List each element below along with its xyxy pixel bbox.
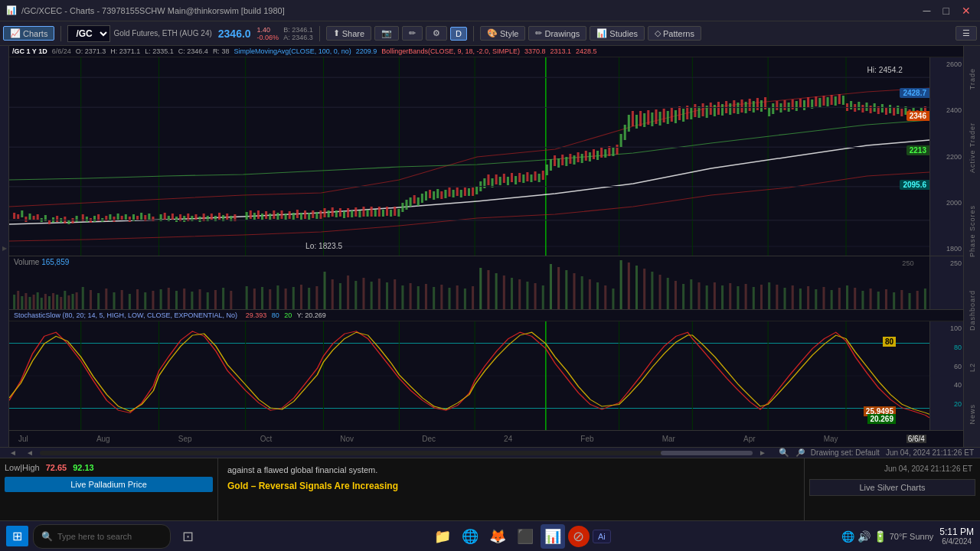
ai-label-box[interactable]: Ai [593,530,611,543]
taskbar-edge[interactable]: 🌐 [458,524,482,549]
news-title[interactable]: Gold – Reversal Signals Are Increasing [227,481,795,491]
zoom-out[interactable]: 🔎 [795,448,805,457]
title-controls[interactable]: ─ □ ✕ [920,5,974,17]
search-box[interactable]: 🔍 Type here to search [33,524,171,549]
svg-rect-304 [362,278,364,310]
news-label[interactable]: News [969,404,976,425]
live-silver-button[interactable]: Live Silver Charts [809,479,975,496]
scroll-left[interactable]: ◄ [6,448,20,457]
svg-rect-144 [518,173,521,182]
stoch-scale-100: 100 [932,324,962,332]
svg-rect-132 [472,187,474,196]
price-scale: 2600 2400 2200 2000 1800 [929,57,963,256]
scroll-track[interactable] [40,451,753,455]
tl-feb: Feb [580,435,593,443]
maximize-btn[interactable]: □ [940,5,952,17]
svg-rect-152 [550,159,552,171]
svg-rect-345 [682,284,684,310]
live-palladium-button[interactable]: Live Palladium Price [5,477,213,492]
sma-value: 2209.9 [356,47,377,55]
share-button[interactable]: ⬆ Share [326,26,371,41]
start-button[interactable]: ⊞ [6,526,28,546]
scroll-right[interactable]: ► [756,448,769,457]
svg-rect-273 [113,292,115,310]
trade-label[interactable]: Trade [969,68,976,90]
svg-rect-157 [569,154,571,164]
active-trader-label[interactable]: Active Trader [969,122,976,173]
bb-val3: 2428.5 [576,47,597,55]
stoch-panel[interactable]: 80 25.9495 20.269 100 80 60 40 20 0 [9,321,963,430]
volume-panel[interactable]: Volume 165,859 [9,256,963,310]
svg-rect-156 [565,157,567,166]
zoom-in[interactable]: 🔍 [779,448,789,458]
svg-rect-196 [721,104,724,116]
stoch-val-display: 29.393 [246,311,267,319]
svg-rect-259 [41,298,43,310]
sma-label: SimpleMovingAvg(CLOSE, 100, 0, no) [234,47,351,55]
chart-open: O: 2371.3 [76,47,106,55]
search-icon: 🔍 [41,531,53,542]
patterns-button[interactable]: ◇ Patterns [648,26,701,41]
pencil-btn[interactable]: ✏ [402,26,423,41]
volume-icon: 🔊 [858,530,871,543]
svg-rect-189 [694,104,696,117]
system-clock[interactable]: 5:11 PM 6/4/2024 [939,527,974,546]
menu-btn[interactable]: ☰ [956,26,977,41]
svg-rect-312 [425,284,427,310]
svg-rect-107 [374,210,377,217]
style-button[interactable]: 🎨 Style [480,26,525,41]
taskbar-thinkorswim[interactable]: 📊 [541,524,565,549]
svg-rect-331 [573,273,575,310]
phase-scores-label[interactable]: Phase Scores [969,205,976,257]
studies-button[interactable]: 📊 Studies [590,26,645,41]
svg-rect-208 [768,107,770,116]
scroll-thumb[interactable] [661,451,753,455]
high-value: 92.13 [73,463,94,472]
main-layout: ▶ /GC 1 Y 1D 6/6/24 O: 2371.3 H: 2371.1 … [0,46,980,447]
svg-rect-33 [71,218,74,223]
datetime-display: Jun 04, 2024 21:11:26 ET [809,463,975,474]
studies-label: Studies [609,29,638,38]
svg-rect-117 [413,195,416,204]
price-chart[interactable]: Hi: 2454.2 Lo: 1823.5 2428.7 2346 2213 2… [9,57,963,256]
svg-rect-289 [246,286,248,310]
minimize-btn[interactable]: ─ [920,5,934,17]
taskbar-firefox[interactable]: 🦊 [485,524,510,549]
l2-label[interactable]: L2 [969,363,976,372]
svg-rect-20 [21,210,23,217]
svg-rect-78 [261,214,263,220]
task-view-btn[interactable]: ⊡ [175,524,200,549]
svg-rect-29 [56,216,58,222]
svg-rect-230 [854,104,856,112]
taskbar-terminal[interactable]: ⬛ [513,524,537,549]
instrument-info: Gold Futures, ETH (AUG 24) [113,29,211,37]
close-btn[interactable]: ✕ [959,5,974,17]
svg-rect-349 [714,282,716,310]
left-sidebar-icon: ▶ [1,245,8,252]
svg-rect-357 [776,285,778,310]
charts-tab[interactable]: 📈 Charts [3,26,54,41]
chart-range: R: 38 [213,47,230,55]
bb-val2: 2313.1 [550,47,571,55]
scroll-left2[interactable]: ◄ [23,448,37,457]
settings-btn[interactable]: ⚙ [426,26,447,41]
toolbar: 📈 Charts /GC Gold Futures, ETH (AUG 24) … [0,21,980,46]
svg-rect-223 [827,97,829,106]
drawings-button[interactable]: ✏ Drawings [528,26,586,41]
chart-area: /GC 1 Y 1D 6/6/24 O: 2371.3 H: 2371.1 L:… [9,46,963,447]
left-sidebar: ▶ [0,46,9,447]
svg-rect-333 [589,279,591,310]
taskbar-file-explorer[interactable]: 📁 [430,524,455,549]
timeframe-day[interactable]: D [450,27,467,41]
taskbar-app2[interactable]: ⊘ [568,526,590,547]
price-change-abs: 1.40 [257,26,279,34]
svg-rect-334 [596,282,599,310]
symbol-selector[interactable]: /GC [67,25,110,42]
dashboard-label[interactable]: Dashboard [969,290,976,331]
svg-rect-229 [850,101,852,109]
svg-rect-361 [807,286,809,310]
svg-rect-350 [721,285,724,310]
camera-btn[interactable]: 📷 [374,26,399,41]
svg-rect-104 [362,207,364,217]
svg-rect-279 [160,289,162,310]
